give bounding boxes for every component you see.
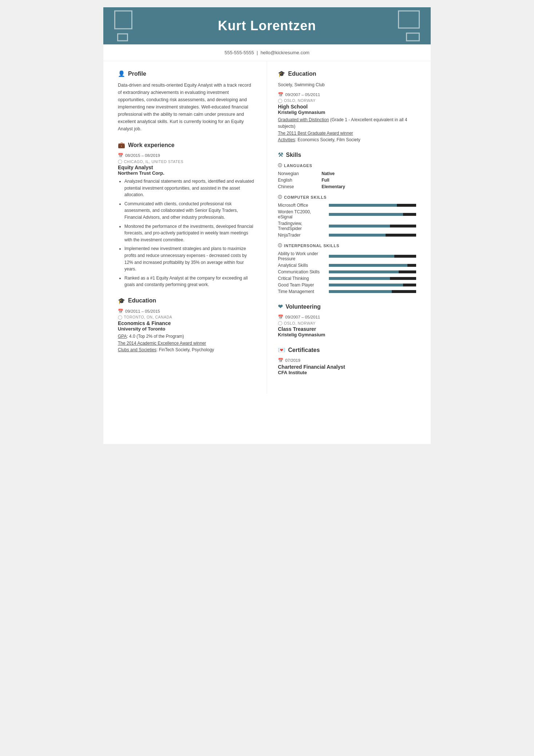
profile-text: Data-driven and results-oriented Equity … xyxy=(118,82,256,132)
calendar-icon-edu: 📅 xyxy=(118,309,123,314)
clubs-label: Clubs and Societies: FinTech Society, Ps… xyxy=(118,347,214,352)
cert-entry: 📅 07/2019 Chartered Financial Analyst CF… xyxy=(278,358,416,375)
vol-date: 📅 09/2007 – 05/2011 xyxy=(278,314,416,320)
award-link-toronto: The 2014 Academic Excellence Award winne… xyxy=(118,341,206,346)
bullet-2: Communicated with clients, conducted pro… xyxy=(124,201,256,221)
gpa-label: GPA: 4.0 (Top 2% of the Program) xyxy=(118,334,184,339)
profile-section: 👤 Profile Data-driven and results-orient… xyxy=(118,70,256,132)
edu-award-toronto: The 2014 Academic Excellence Award winne… xyxy=(118,340,256,347)
interp-skill-bar xyxy=(329,290,416,293)
vol-location: ◯ OSLO, NORWAY xyxy=(278,321,416,325)
profile-title: 👤 Profile xyxy=(118,70,256,77)
interp-skill-fill xyxy=(329,284,403,286)
comp-skill-bar xyxy=(329,225,416,227)
interpersonal-skill-row-1: Analytical Skills xyxy=(278,263,416,268)
bullet-4: Implemented new investment strategies an… xyxy=(124,245,256,272)
left-column: 👤 Profile Data-driven and results-orient… xyxy=(103,61,267,393)
interp-skill-bar xyxy=(329,264,416,267)
languages-category: ⓘ LANGUAGES Norwegian Native English Ful… xyxy=(278,163,416,189)
edu-location-oslo: ◯ OSLO, NORWAY xyxy=(278,98,416,103)
certificates-section: 💌 Certificates 📅 07/2019 Chartered Finan… xyxy=(278,347,416,375)
skills-title: ⚒ Skills xyxy=(278,151,416,158)
calendar-icon-cert: 📅 xyxy=(278,358,283,363)
location-icon-edu: ◯ xyxy=(118,315,123,320)
comp-skill-bar xyxy=(329,213,416,216)
interpersonal-skill-bars: Ability to Work under Pressure Analytica… xyxy=(278,251,416,294)
job-bullets: Analyzed financial statements and report… xyxy=(118,178,256,288)
cert-date: 📅 07/2019 xyxy=(278,358,416,363)
certificates-icon: 💌 xyxy=(278,347,285,353)
edu-school-oslo: Kristelig Gymnasium xyxy=(278,110,416,115)
interp-skill-name: Ability to Work under Pressure xyxy=(278,251,325,261)
edu-date-toronto: 📅 09/2011 – 05/2015 xyxy=(118,309,256,314)
language-row-chinese: Chinese Elementary xyxy=(278,184,416,189)
profile-icon: 👤 xyxy=(118,70,125,77)
edu-date-oslo: 📅 09/2007 – 05/2011 xyxy=(278,92,416,97)
edu-activities-oslo: Activities: Economics Society, Film Soci… xyxy=(278,137,416,142)
edu-degree-toronto: Economics & Finance xyxy=(118,320,256,326)
cert-name: Chartered Financial Analyst xyxy=(278,364,416,370)
languages-title: ⓘ LANGUAGES xyxy=(278,163,416,168)
calendar-icon-vol: 📅 xyxy=(278,314,283,320)
job-entry: 📅 08/2015 – 08/2019 ◯ CHICAGO, IL, UNITE… xyxy=(118,153,256,288)
job-location: ◯ CHICAGO, IL, UNITED STATES xyxy=(118,159,256,164)
interp-skill-bar xyxy=(329,270,416,273)
contact-bar: 555-555-5555 | hello@kickresume.com xyxy=(103,44,431,61)
computer-skill-bars: Microsoft Office Worden TC2000, eSignal … xyxy=(278,203,416,238)
computer-skills-title: ⓘ COMPUTER SKILLS xyxy=(278,194,416,200)
info-icon-interp: ⓘ xyxy=(278,243,282,248)
interpersonal-skill-row-4: Good Team Player xyxy=(278,282,416,288)
edu-degree-oslo: High School xyxy=(278,104,416,110)
interpersonal-skill-row-3: Critical Thinking xyxy=(278,276,416,281)
interpersonal-skill-row-2: Communication Skills xyxy=(278,269,416,274)
comp-skill-bar xyxy=(329,204,416,207)
vol-entry: 📅 09/2007 – 05/2011 ◯ OSLO, NORWAY Class… xyxy=(278,314,416,337)
edu-entry-toronto: 📅 09/2011 – 05/2015 ◯ TORONTO, ON, CANAD… xyxy=(118,309,256,352)
interpersonal-skill-row-5: Time Management xyxy=(278,289,416,294)
location-icon-oslo: ◯ xyxy=(278,98,283,103)
volunteering-section: ❤ Volunteering 📅 09/2007 – 05/2011 ◯ OSL… xyxy=(278,303,416,337)
work-icon: 💼 xyxy=(118,142,125,149)
computer-skill-row-3: NinjaTrader xyxy=(278,233,416,238)
main-content: 👤 Profile Data-driven and results-orient… xyxy=(103,61,431,393)
job-company: Northern Trust Corp. xyxy=(118,170,256,176)
interp-skill-bar xyxy=(329,284,416,286)
computer-skill-row-1: Worden TC2000, eSignal xyxy=(278,209,416,219)
interp-skill-name: Good Team Player xyxy=(278,282,325,288)
calendar-icon: 📅 xyxy=(118,153,123,158)
email: hello@kickresume.com xyxy=(260,50,310,55)
bullet-1: Analyzed financial statements and report… xyxy=(124,178,256,198)
comp-skill-fill xyxy=(329,213,403,216)
interp-skill-bar xyxy=(329,255,416,258)
interp-skill-name: Analytical Skills xyxy=(278,263,325,268)
edu-school-toronto: University of Toronto xyxy=(118,326,256,332)
computer-skills-category: ⓘ COMPUTER SKILLS Microsoft Office Worde… xyxy=(278,194,416,238)
edu-graduated: Graduated with Distinction (Grade 1 - A/… xyxy=(278,116,416,130)
work-experience-title: 💼 Work experience xyxy=(118,142,256,149)
edu-entry-oslo: 📅 09/2007 – 05/2011 ◯ OSLO, NORWAY High … xyxy=(278,92,416,143)
job-title: Equity Analyst xyxy=(118,165,256,170)
interpersonal-skills-category: ⓘ INTERPERSONAL SKILLS Ability to Work u… xyxy=(278,243,416,294)
right-column: 🎓 Education Society, Swimming Club 📅 09/… xyxy=(267,61,431,393)
location-icon: ◯ xyxy=(118,159,123,164)
activities-label: Activities: Economics Society, Film Soci… xyxy=(278,137,360,142)
interp-skill-fill xyxy=(329,277,390,280)
computer-skill-row-0: Microsoft Office xyxy=(278,203,416,208)
edu-gpa: GPA: 4.0 (Top 2% of the Program) xyxy=(118,333,256,340)
interpersonal-skill-row-0: Ability to Work under Pressure xyxy=(278,251,416,261)
education-right-section: 🎓 Education Society, Swimming Club 📅 09/… xyxy=(278,70,416,142)
contact-separator: | xyxy=(257,50,258,55)
skills-section: ⚒ Skills ⓘ LANGUAGES Norwegian Native En… xyxy=(278,151,416,294)
interp-skill-fill xyxy=(329,270,399,273)
work-experience-section: 💼 Work experience 📅 08/2015 – 08/2019 ◯ … xyxy=(118,142,256,288)
award-link-oslo: The 2011 Best Graduate Award winner xyxy=(278,131,353,136)
interp-skill-name: Time Management xyxy=(278,289,325,294)
edu-clubs-toronto: Clubs and Societies: FinTech Society, Ps… xyxy=(118,347,256,352)
comp-skill-name: Tradingview, TrendSpider xyxy=(278,221,325,231)
calendar-icon-oslo: 📅 xyxy=(278,92,283,97)
volunteering-icon: ❤ xyxy=(278,303,283,310)
interp-skill-name: Communication Skills xyxy=(278,269,325,274)
edu-right-icon: 🎓 xyxy=(278,70,285,77)
education-right-title: 🎓 Education xyxy=(278,70,416,77)
phone: 555-555-5555 xyxy=(224,50,254,55)
